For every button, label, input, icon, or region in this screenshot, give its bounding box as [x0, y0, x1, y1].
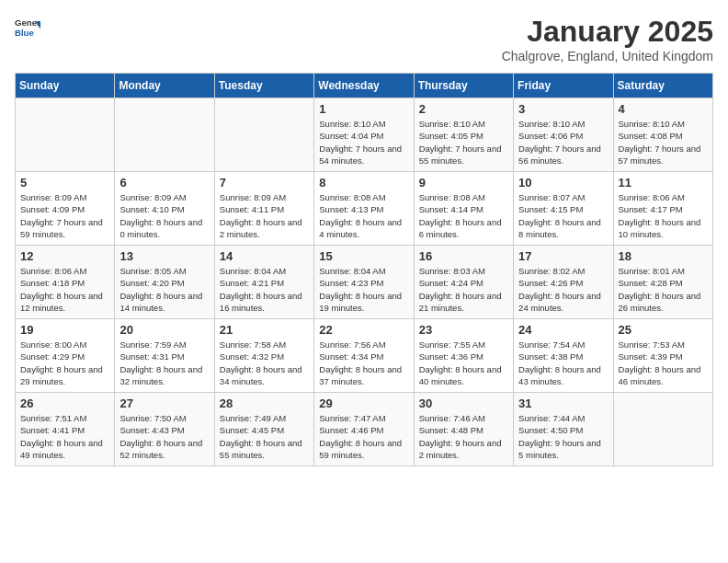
- calendar-cell: 22Sunrise: 7:56 AM Sunset: 4:34 PM Dayli…: [314, 319, 414, 393]
- logo: General Blue: [15, 15, 40, 40]
- day-number: 7: [220, 176, 309, 190]
- calendar-cell: [16, 98, 115, 172]
- day-info: Sunrise: 8:08 AM Sunset: 4:13 PM Dayligh…: [319, 191, 408, 240]
- day-info: Sunrise: 8:07 AM Sunset: 4:15 PM Dayligh…: [518, 191, 608, 240]
- day-number: 16: [419, 249, 508, 263]
- day-header-wednesday: Wednesday: [314, 74, 414, 98]
- calendar-cell: 24Sunrise: 7:54 AM Sunset: 4:38 PM Dayli…: [514, 319, 613, 393]
- day-info: Sunrise: 8:01 AM Sunset: 4:28 PM Dayligh…: [619, 265, 708, 314]
- calendar-cell: [115, 98, 214, 172]
- day-number: 1: [319, 102, 408, 116]
- day-info: Sunrise: 7:47 AM Sunset: 4:46 PM Dayligh…: [319, 412, 408, 461]
- calendar-table: SundayMondayTuesdayWednesdayThursdayFrid…: [15, 73, 713, 466]
- calendar-cell: 17Sunrise: 8:02 AM Sunset: 4:26 PM Dayli…: [514, 246, 613, 319]
- day-info: Sunrise: 8:00 AM Sunset: 4:29 PM Dayligh…: [20, 339, 109, 387]
- day-header-monday: Monday: [115, 74, 214, 98]
- day-info: Sunrise: 8:05 AM Sunset: 4:20 PM Dayligh…: [119, 265, 209, 314]
- day-number: 13: [119, 249, 209, 263]
- calendar-header-row: SundayMondayTuesdayWednesdayThursdayFrid…: [16, 74, 713, 98]
- page-header: General Blue January 2025 Chalgrove, Eng…: [15, 15, 713, 63]
- calendar-cell: 2Sunrise: 8:10 AM Sunset: 4:05 PM Daylig…: [414, 98, 513, 172]
- calendar-week-3: 12Sunrise: 8:06 AM Sunset: 4:18 PM Dayli…: [16, 246, 713, 319]
- calendar-cell: 25Sunrise: 7:53 AM Sunset: 4:39 PM Dayli…: [613, 319, 712, 393]
- day-info: Sunrise: 8:06 AM Sunset: 4:18 PM Dayligh…: [20, 265, 109, 314]
- calendar-cell: 7Sunrise: 8:09 AM Sunset: 4:11 PM Daylig…: [214, 172, 313, 246]
- calendar-cell: 12Sunrise: 8:06 AM Sunset: 4:18 PM Dayli…: [16, 246, 115, 319]
- calendar-cell: 20Sunrise: 7:59 AM Sunset: 4:31 PM Dayli…: [115, 319, 214, 393]
- calendar-cell: 21Sunrise: 7:58 AM Sunset: 4:32 PM Dayli…: [214, 319, 313, 393]
- day-number: 17: [518, 249, 608, 263]
- day-info: Sunrise: 8:08 AM Sunset: 4:14 PM Dayligh…: [419, 191, 508, 240]
- day-info: Sunrise: 8:10 AM Sunset: 4:08 PM Dayligh…: [619, 118, 708, 167]
- day-number: 2: [419, 102, 508, 116]
- day-header-saturday: Saturday: [613, 74, 712, 98]
- calendar-week-2: 5Sunrise: 8:09 AM Sunset: 4:09 PM Daylig…: [16, 172, 713, 246]
- day-number: 12: [20, 249, 109, 263]
- calendar-cell: 28Sunrise: 7:49 AM Sunset: 4:45 PM Dayli…: [214, 393, 313, 466]
- day-number: 14: [220, 249, 309, 263]
- day-number: 20: [119, 323, 209, 337]
- calendar-cell: [214, 98, 313, 172]
- calendar-cell: 11Sunrise: 8:06 AM Sunset: 4:17 PM Dayli…: [613, 172, 712, 246]
- day-number: 6: [119, 176, 209, 190]
- day-number: 31: [518, 396, 608, 410]
- day-number: 30: [419, 396, 508, 410]
- day-info: Sunrise: 7:50 AM Sunset: 4:43 PM Dayligh…: [119, 412, 209, 461]
- svg-text:General: General: [15, 17, 40, 28]
- day-info: Sunrise: 8:04 AM Sunset: 4:23 PM Dayligh…: [319, 265, 408, 314]
- calendar-cell: 23Sunrise: 7:55 AM Sunset: 4:36 PM Dayli…: [414, 319, 513, 393]
- svg-text:Blue: Blue: [15, 28, 34, 38]
- day-info: Sunrise: 8:04 AM Sunset: 4:21 PM Dayligh…: [220, 265, 309, 314]
- day-number: 22: [319, 323, 408, 337]
- calendar-cell: 5Sunrise: 8:09 AM Sunset: 4:09 PM Daylig…: [16, 172, 115, 246]
- day-info: Sunrise: 8:03 AM Sunset: 4:24 PM Dayligh…: [419, 265, 508, 314]
- day-info: Sunrise: 7:51 AM Sunset: 4:41 PM Dayligh…: [20, 412, 109, 461]
- day-header-tuesday: Tuesday: [214, 74, 313, 98]
- calendar-cell: 18Sunrise: 8:01 AM Sunset: 4:28 PM Dayli…: [613, 246, 712, 319]
- day-number: 25: [619, 323, 708, 337]
- calendar-cell: 30Sunrise: 7:46 AM Sunset: 4:48 PM Dayli…: [414, 393, 513, 466]
- day-number: 8: [319, 176, 408, 190]
- day-header-friday: Friday: [514, 74, 613, 98]
- day-info: Sunrise: 7:55 AM Sunset: 4:36 PM Dayligh…: [419, 339, 508, 387]
- day-info: Sunrise: 7:44 AM Sunset: 4:50 PM Dayligh…: [518, 412, 608, 461]
- day-info: Sunrise: 7:56 AM Sunset: 4:34 PM Dayligh…: [319, 339, 408, 387]
- day-number: 4: [619, 102, 708, 116]
- day-header-sunday: Sunday: [16, 74, 115, 98]
- day-number: 5: [20, 176, 109, 190]
- calendar-cell: 19Sunrise: 8:00 AM Sunset: 4:29 PM Dayli…: [16, 319, 115, 393]
- day-number: 24: [518, 323, 608, 337]
- day-info: Sunrise: 7:59 AM Sunset: 4:31 PM Dayligh…: [119, 339, 209, 387]
- logo-icon: General Blue: [15, 15, 40, 40]
- day-info: Sunrise: 7:53 AM Sunset: 4:39 PM Dayligh…: [619, 339, 708, 387]
- day-info: Sunrise: 8:09 AM Sunset: 4:11 PM Dayligh…: [220, 191, 309, 240]
- day-info: Sunrise: 8:09 AM Sunset: 4:10 PM Dayligh…: [119, 191, 209, 240]
- day-number: 9: [419, 176, 508, 190]
- calendar-cell: 9Sunrise: 8:08 AM Sunset: 4:14 PM Daylig…: [414, 172, 513, 246]
- month-title: January 2025: [502, 15, 713, 49]
- calendar-body: 1Sunrise: 8:10 AM Sunset: 4:04 PM Daylig…: [16, 98, 713, 466]
- calendar-cell: 31Sunrise: 7:44 AM Sunset: 4:50 PM Dayli…: [514, 393, 613, 466]
- day-info: Sunrise: 8:02 AM Sunset: 4:26 PM Dayligh…: [518, 265, 608, 314]
- calendar-cell: 27Sunrise: 7:50 AM Sunset: 4:43 PM Dayli…: [115, 393, 214, 466]
- day-number: 26: [20, 396, 109, 410]
- day-info: Sunrise: 7:46 AM Sunset: 4:48 PM Dayligh…: [419, 412, 508, 461]
- calendar-cell: 8Sunrise: 8:08 AM Sunset: 4:13 PM Daylig…: [314, 172, 414, 246]
- day-info: Sunrise: 7:54 AM Sunset: 4:38 PM Dayligh…: [518, 339, 608, 387]
- day-number: 15: [319, 249, 408, 263]
- day-number: 11: [619, 176, 708, 190]
- day-number: 21: [220, 323, 309, 337]
- calendar-cell: 6Sunrise: 8:09 AM Sunset: 4:10 PM Daylig…: [115, 172, 214, 246]
- day-info: Sunrise: 8:10 AM Sunset: 4:04 PM Dayligh…: [319, 118, 408, 167]
- calendar-cell: 26Sunrise: 7:51 AM Sunset: 4:41 PM Dayli…: [16, 393, 115, 466]
- calendar-week-5: 26Sunrise: 7:51 AM Sunset: 4:41 PM Dayli…: [16, 393, 713, 466]
- calendar-cell: 4Sunrise: 8:10 AM Sunset: 4:08 PM Daylig…: [613, 98, 712, 172]
- calendar-cell: 13Sunrise: 8:05 AM Sunset: 4:20 PM Dayli…: [115, 246, 214, 319]
- day-info: Sunrise: 8:09 AM Sunset: 4:09 PM Dayligh…: [20, 191, 109, 240]
- day-header-thursday: Thursday: [414, 74, 513, 98]
- day-info: Sunrise: 8:10 AM Sunset: 4:06 PM Dayligh…: [518, 118, 608, 167]
- calendar-cell: 3Sunrise: 8:10 AM Sunset: 4:06 PM Daylig…: [514, 98, 613, 172]
- calendar-cell: 29Sunrise: 7:47 AM Sunset: 4:46 PM Dayli…: [314, 393, 414, 466]
- day-number: 18: [619, 249, 708, 263]
- day-number: 19: [20, 323, 109, 337]
